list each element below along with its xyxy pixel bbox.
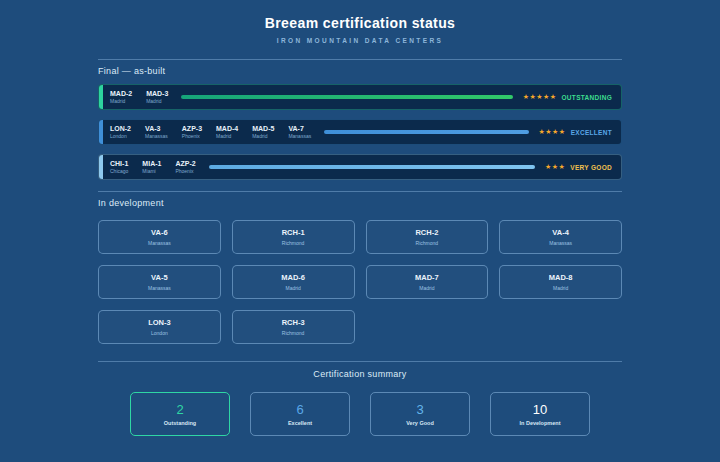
facility-code: MAD-2 (110, 90, 132, 97)
summary-count: 6 (296, 402, 303, 417)
summary-label: Outstanding (164, 420, 196, 426)
facility-code: VA-3 (145, 125, 168, 132)
page-subtitle: Iron Mountain Data Centers (0, 37, 720, 44)
facility-city: Madrid (216, 133, 238, 139)
facility-code: VA-6 (151, 228, 168, 237)
facility-chip: MAD-2Madrid (103, 90, 139, 105)
certification-row: CHI-1ChicagoMIA-1MiamiAZP-2Phoenix★★★VER… (98, 154, 622, 180)
final-as-built-section: Final — as-built MAD-2MadridMAD-3Madrid★… (98, 59, 622, 180)
facility-code: RCH-2 (415, 228, 438, 237)
development-facility-card: MAD-8Madrid (499, 265, 622, 299)
rating-stars-icon: ★★★★ (539, 128, 566, 136)
summary-card: 2Outstanding (130, 392, 230, 436)
facility-chip: AZP-2Phoenix (168, 160, 202, 175)
facility-code: AZP-2 (175, 160, 195, 167)
facility-chip: VA-3Manassas (138, 125, 175, 140)
page-header: Breeam certification status Iron Mountai… (0, 0, 720, 44)
facility-city: Phoenix (175, 168, 195, 174)
facility-code: RCH-1 (282, 228, 305, 237)
rating-label: EXCELLENT (571, 129, 612, 136)
facility-city: Manassas (145, 133, 168, 139)
facility-chip: LON-2London (103, 125, 138, 140)
final-section-label: Final — as-built (98, 66, 622, 76)
facility-city: Madrid (285, 285, 300, 291)
facility-code: MIA-1 (142, 160, 161, 167)
summary-card: 6Excellent (250, 392, 350, 436)
rating-progress-bar (209, 165, 535, 169)
facility-chip-group: MAD-2MadridMAD-3Madrid (103, 85, 175, 109)
facility-city: Richmond (282, 240, 305, 246)
development-facility-card: VA-5Manassas (98, 265, 221, 299)
development-facility-card: MAD-7Madrid (366, 265, 489, 299)
summary-card: 10In Development (490, 392, 590, 436)
summary-label: Very Good (406, 420, 434, 426)
facility-chip-group: CHI-1ChicagoMIA-1MiamiAZP-2Phoenix (103, 155, 203, 179)
facility-code: MAD-5 (252, 125, 274, 132)
rating-label: VERY GOOD (570, 164, 612, 171)
facility-city: Madrid (419, 285, 434, 291)
facility-city: Madrid (252, 133, 274, 139)
facility-city: Manassas (148, 240, 171, 246)
facility-code: RCH-3 (282, 318, 305, 327)
development-facility-card: VA-6Manassas (98, 220, 221, 254)
facility-city: Madrid (110, 98, 132, 104)
facility-chip: AZP-3Phoenix (175, 125, 209, 140)
facility-chip: MIA-1Miami (135, 160, 168, 175)
facility-city: Richmond (282, 330, 305, 336)
facility-chip-group: LON-2LondonVA-3ManassasAZP-3PhoenixMAD-4… (103, 120, 318, 144)
summary-count: 2 (176, 402, 183, 417)
facility-code: MAD-3 (146, 90, 168, 97)
facility-code: LON-2 (110, 125, 131, 132)
summary-count: 3 (416, 402, 423, 417)
certification-row: MAD-2MadridMAD-3Madrid★★★★★OUTSTANDING (98, 84, 622, 110)
summary-card-row: 2Outstanding6Excellent3Very Good10In Dev… (98, 392, 622, 436)
summary-card: 3Very Good (370, 392, 470, 436)
rating-progress-bar (324, 130, 528, 134)
facility-chip: MAD-4Madrid (209, 125, 245, 140)
certification-rows: MAD-2MadridMAD-3Madrid★★★★★OUTSTANDINGLO… (98, 84, 622, 180)
facility-city: Miami (142, 168, 161, 174)
facility-code: CHI-1 (110, 160, 128, 167)
development-facility-card: LON-3London (98, 310, 221, 344)
facility-city: Phoenix (182, 133, 202, 139)
facility-code: MAD-4 (216, 125, 238, 132)
facility-city: London (151, 330, 168, 336)
development-facility-card: RCH-3Richmond (232, 310, 355, 344)
facility-code: MAD-7 (415, 273, 439, 282)
summary-section-label: Certification summary (98, 369, 622, 379)
page-title: Breeam certification status (0, 15, 720, 31)
facility-code: VA-7 (288, 125, 311, 132)
facility-city: Manassas (148, 285, 171, 291)
facility-code: MAD-6 (281, 273, 305, 282)
development-card-grid: VA-6ManassasRCH-1RichmondRCH-2RichmondVA… (98, 220, 622, 344)
facility-code: AZP-3 (182, 125, 202, 132)
certification-row: LON-2LondonVA-3ManassasAZP-3PhoenixMAD-4… (98, 119, 622, 145)
in-development-section: In development VA-6ManassasRCH-1Richmond… (98, 191, 622, 344)
facility-code: VA-4 (552, 228, 569, 237)
facility-city: Manassas (288, 133, 311, 139)
dashboard-content: Final — as-built MAD-2MadridMAD-3Madrid★… (98, 59, 622, 436)
summary-label: Excellent (288, 420, 312, 426)
facility-city: Madrid (146, 98, 168, 104)
facility-chip: MAD-5Madrid (245, 125, 281, 140)
facility-chip: VA-7Manassas (281, 125, 318, 140)
rating-stars-icon: ★★★★★ (523, 93, 557, 101)
facility-code: LON-3 (148, 318, 171, 327)
facility-city: Chicago (110, 168, 128, 174)
breeam-dashboard: Breeam certification status Iron Mountai… (0, 0, 720, 436)
development-facility-card: MAD-6Madrid (232, 265, 355, 299)
facility-code: MAD-8 (549, 273, 573, 282)
facility-city: Madrid (553, 285, 568, 291)
facility-chip: MAD-3Madrid (139, 90, 175, 105)
summary-count: 10 (533, 402, 547, 417)
rating-stars-icon: ★★★ (545, 163, 565, 171)
rating-label: OUTSTANDING (562, 94, 612, 101)
facility-city: Manassas (549, 240, 572, 246)
development-facility-card: RCH-2Richmond (366, 220, 489, 254)
facility-city: London (110, 133, 131, 139)
rating-progress-bar (181, 95, 512, 99)
development-facility-card: VA-4Manassas (499, 220, 622, 254)
facility-chip: CHI-1Chicago (103, 160, 135, 175)
summary-label: In Development (520, 420, 561, 426)
development-section-label: In development (98, 198, 622, 208)
